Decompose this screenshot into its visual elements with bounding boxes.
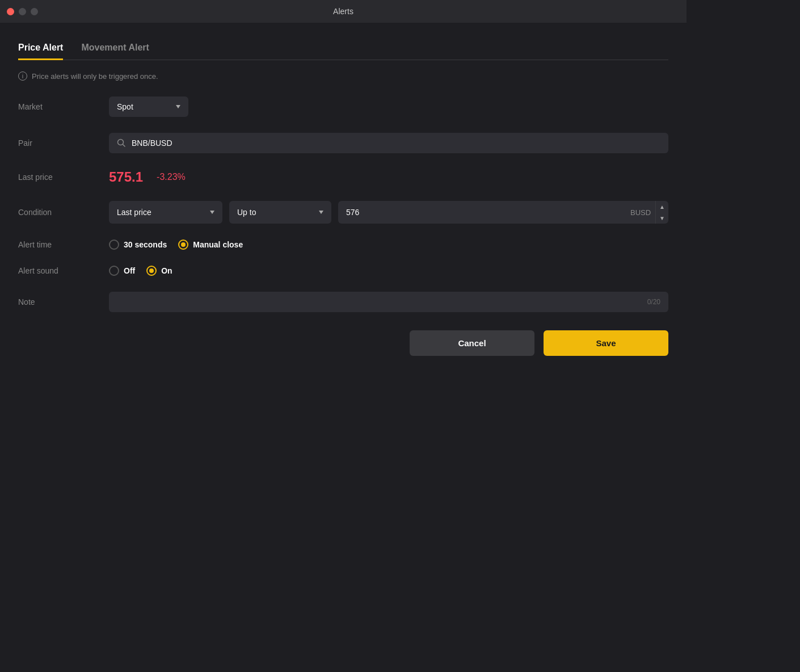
tab-price-alert[interactable]: Price Alert xyxy=(18,37,63,60)
minimize-button[interactable] xyxy=(19,8,26,15)
note-input[interactable] xyxy=(117,297,647,306)
note-count: 0/20 xyxy=(647,298,660,306)
alert-time-manual-label: Manual close xyxy=(193,240,243,249)
market-label: Market xyxy=(18,102,109,111)
alert-time-row: Alert time 30 seconds Manual close xyxy=(18,240,668,250)
alert-time-30s-option[interactable]: 30 seconds xyxy=(109,240,167,250)
condition-controls: Last price Up to BUSD ▲ ▼ xyxy=(109,201,668,224)
condition-direction-arrow xyxy=(319,211,323,214)
condition-row: Condition Last price Up to BUSD ▲ ▼ xyxy=(18,201,668,224)
tab-bar: Price Alert Movement Alert xyxy=(18,36,668,60)
market-dropdown-arrow xyxy=(176,105,180,108)
condition-value-input[interactable] xyxy=(338,202,630,222)
market-row: Market Spot xyxy=(18,96,668,117)
alert-sound-on-radio-inner xyxy=(149,268,154,273)
condition-label: Condition xyxy=(18,208,109,217)
close-button[interactable] xyxy=(7,8,14,15)
alert-sound-on-radio[interactable] xyxy=(146,266,157,276)
note-controls: 0/20 xyxy=(109,292,668,312)
alert-sound-row: Alert sound Off On xyxy=(18,266,668,276)
pair-controls xyxy=(109,133,668,153)
market-dropdown[interactable]: Spot xyxy=(109,96,188,117)
cancel-button[interactable]: Cancel xyxy=(410,330,534,356)
svg-line-1 xyxy=(123,145,125,147)
search-icon xyxy=(117,138,126,148)
alert-sound-off-radio[interactable] xyxy=(109,266,119,276)
maximize-button[interactable] xyxy=(31,8,38,15)
button-row: Cancel Save xyxy=(18,330,668,356)
alert-sound-radio-group: Off On xyxy=(109,266,172,276)
tab-movement-alert[interactable]: Movement Alert xyxy=(81,37,149,60)
condition-spinners: ▲ ▼ xyxy=(655,201,668,224)
condition-price-type-value: Last price xyxy=(117,208,151,217)
last-price-label: Last price xyxy=(18,173,109,182)
note-label: Note xyxy=(18,297,109,306)
condition-unit: BUSD xyxy=(630,208,655,217)
pair-label: Pair xyxy=(18,138,109,148)
alert-time-30s-radio[interactable] xyxy=(109,240,119,250)
pair-row: Pair xyxy=(18,133,668,153)
pair-input-wrap xyxy=(109,133,668,153)
condition-direction-dropdown[interactable]: Up to xyxy=(229,201,331,224)
notice-text: Price alerts will only be triggered once… xyxy=(32,72,158,81)
info-icon: i xyxy=(18,72,27,81)
alert-sound-off-option[interactable]: Off xyxy=(109,266,135,276)
condition-value-wrap: BUSD ▲ ▼ xyxy=(338,201,668,224)
condition-direction-value: Up to xyxy=(237,208,256,217)
condition-increment-button[interactable]: ▲ xyxy=(656,201,668,212)
window-title: Alerts xyxy=(333,7,353,16)
alert-time-controls: 30 seconds Manual close xyxy=(109,240,668,250)
pair-input[interactable] xyxy=(132,138,660,148)
alert-time-manual-radio[interactable] xyxy=(178,240,188,250)
condition-price-type-dropdown[interactable]: Last price xyxy=(109,201,222,224)
save-button[interactable]: Save xyxy=(544,330,668,356)
note-row: Note 0/20 xyxy=(18,292,668,312)
alert-time-label: Alert time xyxy=(18,240,109,249)
note-input-wrap: 0/20 xyxy=(109,292,668,312)
alert-time-30s-label: 30 seconds xyxy=(124,240,167,249)
alert-sound-off-label: Off xyxy=(124,266,135,275)
alert-time-manual-radio-inner xyxy=(181,242,186,247)
notice-banner: i Price alerts will only be triggered on… xyxy=(18,72,668,81)
main-content: Price Alert Movement Alert i Price alert… xyxy=(0,23,687,369)
alert-sound-on-option[interactable]: On xyxy=(146,266,172,276)
condition-decrement-button[interactable]: ▼ xyxy=(656,212,668,224)
titlebar: Alerts xyxy=(0,0,687,23)
market-controls: Spot xyxy=(109,96,668,117)
last-price-controls: 575.1 -3.23% xyxy=(109,169,668,185)
alert-sound-controls: Off On xyxy=(109,266,668,276)
last-price-row: Last price 575.1 -3.23% xyxy=(18,169,668,185)
alert-sound-label: Alert sound xyxy=(18,266,109,275)
traffic-lights xyxy=(7,8,38,15)
alert-time-manual-option[interactable]: Manual close xyxy=(178,240,243,250)
last-price-change: -3.23% xyxy=(157,172,186,182)
alert-sound-on-label: On xyxy=(161,266,172,275)
market-value: Spot xyxy=(117,102,133,111)
condition-price-type-arrow xyxy=(210,211,214,214)
last-price-value: 575.1 xyxy=(109,169,143,185)
alert-time-radio-group: 30 seconds Manual close xyxy=(109,240,243,250)
